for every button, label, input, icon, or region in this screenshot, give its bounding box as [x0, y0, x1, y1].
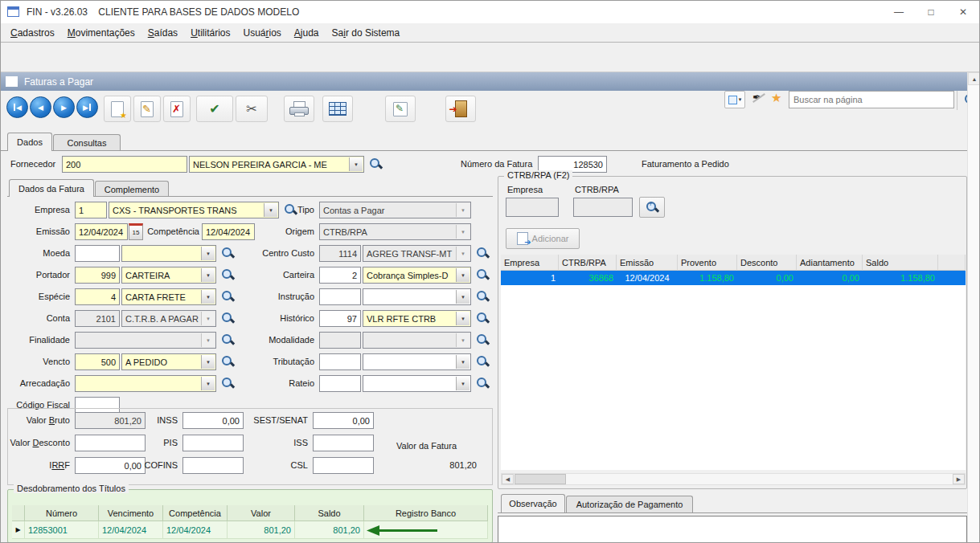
grid-view-button[interactable]: [322, 96, 353, 122]
nav-prior-button[interactable]: ◀: [30, 96, 51, 118]
csl-field[interactable]: [313, 457, 374, 474]
arrecadacao-lookup-icon[interactable]: [221, 377, 235, 390]
cell-ctrb-rpa[interactable]: 36868: [559, 271, 617, 285]
cell-competencia[interactable]: 12/04/2024: [163, 521, 228, 539]
page-search-input[interactable]: [789, 91, 954, 108]
instrucao-lookup-icon[interactable]: [476, 290, 490, 304]
empresa-code-field[interactable]: 1: [75, 202, 107, 218]
rateio-combo[interactable]: ▼: [363, 375, 471, 392]
ctrb-grid-body[interactable]: [501, 285, 966, 470]
cell-valor[interactable]: 801,20: [228, 521, 295, 539]
cell-numero[interactable]: 12853001: [25, 521, 99, 539]
column-empresa[interactable]: Empresa: [501, 255, 559, 271]
menu-item-ajuda[interactable]: Ajuda: [288, 25, 326, 41]
maximize-button[interactable]: □: [915, 1, 947, 23]
cell-vencimento[interactable]: 12/04/2024: [99, 521, 163, 539]
menu-item-usuarios[interactable]: Usuários: [236, 25, 287, 41]
fornecedor-code-field[interactable]: 200: [62, 156, 187, 173]
nav-next-button[interactable]: ▶: [53, 96, 75, 118]
calendar-button[interactable]: 15: [129, 223, 143, 240]
column-saldo[interactable]: Saldo: [863, 255, 938, 271]
centro-custo-lookup-icon[interactable]: [476, 247, 490, 260]
ctrb-horizontal-scrollbar[interactable]: ◀ ▶: [501, 473, 966, 485]
ctrb-grid[interactable]: Empresa CTRB/RPA Emissão Provento Descon…: [501, 255, 966, 285]
cell-empresa[interactable]: 1: [501, 271, 559, 285]
tributacao-lookup-icon[interactable]: [476, 355, 490, 369]
column-valor[interactable]: Valor: [228, 505, 295, 521]
cofins-field[interactable]: [182, 457, 244, 474]
fornecedor-name-combo[interactable]: NELSON PEREIRA GARCIA - ME ▼: [189, 156, 364, 173]
iss-field[interactable]: [313, 435, 374, 451]
tab-dados[interactable]: Dados: [7, 133, 52, 151]
conta-lookup-icon[interactable]: [221, 312, 235, 325]
vencto-combo[interactable]: A PEDIDO▼: [121, 353, 216, 370]
vertical-scrollbar[interactable]: ▲: [967, 72, 980, 543]
portador-lookup-icon[interactable]: [221, 268, 235, 282]
rateio-lookup-icon[interactable]: [476, 377, 490, 390]
tab-dados-da-fatura[interactable]: Dados da Fatura: [9, 179, 94, 197]
column-ctrb-rpa[interactable]: CTRB/RPA: [559, 255, 617, 271]
dropdown-arrow-icon[interactable]: ▼: [456, 355, 469, 369]
column-desconto[interactable]: Desconto: [737, 255, 797, 271]
cell-adiantamento[interactable]: 0,00: [797, 271, 863, 285]
dropdown-arrow-icon[interactable]: ▼: [456, 290, 469, 304]
menu-item-sair-do-sistema[interactable]: Sair do Sistema: [326, 25, 407, 41]
pen-slash-icon[interactable]: ✒: [752, 91, 766, 105]
menu-item-cadastros[interactable]: Cadastros: [4, 25, 61, 41]
sest-senat-field[interactable]: 0,00: [313, 412, 374, 429]
scroll-left-button[interactable]: ◀: [502, 474, 514, 484]
dropdown-arrow-icon[interactable]: ▼: [456, 377, 469, 390]
dropdown-arrow-icon[interactable]: ▼: [349, 157, 363, 171]
dropdown-arrow-icon[interactable]: ▼: [201, 247, 215, 260]
minimize-button[interactable]: —: [883, 1, 915, 23]
dropdown-arrow-icon[interactable]: ▼: [201, 377, 215, 390]
scroll-right-button[interactable]: ▶: [953, 474, 965, 484]
cell-provento[interactable]: 1.158,80: [678, 271, 737, 285]
favorites-star-icon[interactable]: ★: [771, 91, 781, 105]
scrollbar-thumb[interactable]: [515, 474, 566, 484]
carteira-code-field[interactable]: 2: [319, 267, 361, 284]
menu-item-movimentacoes[interactable]: Movimentações: [61, 25, 141, 41]
column-registro-banco[interactable]: Registro Banco: [364, 505, 488, 521]
moeda-lookup-icon[interactable]: [221, 247, 235, 260]
print-button[interactable]: [284, 96, 314, 122]
carteira-lookup-icon[interactable]: [476, 268, 490, 282]
cell-saldo[interactable]: 801,20: [295, 521, 364, 539]
historico-code-field[interactable]: 97: [319, 310, 361, 327]
dropdown-arrow-icon[interactable]: ▼: [456, 268, 469, 282]
table-row-selected[interactable]: 1 36868 12/04/2024 1.158,80 0,00 0,00 1.…: [501, 271, 966, 285]
insert-record-button[interactable]: ★: [104, 96, 131, 122]
nav-last-button[interactable]: ▶: [76, 96, 98, 118]
scroll-up-button[interactable]: ▲: [968, 72, 980, 85]
memo-button[interactable]: ✎: [385, 96, 416, 122]
pis-field[interactable]: [182, 435, 244, 451]
tab-complemento[interactable]: Complemento: [95, 181, 169, 197]
vencto-code-field[interactable]: 500: [75, 353, 120, 370]
adicionar-button[interactable]: ➔ Adicionar: [506, 228, 580, 249]
column-adiantamento[interactable]: Adiantamento: [797, 255, 863, 271]
edit-record-button[interactable]: ✎: [133, 96, 161, 122]
carteira-combo[interactable]: Cobrança Simples-D▼: [363, 267, 471, 284]
dropdown-arrow-icon[interactable]: ▼: [201, 268, 215, 282]
tab-consultas[interactable]: Consultas: [53, 134, 121, 151]
arrecadacao-combo[interactable]: ▼: [75, 375, 216, 392]
vencto-lookup-icon[interactable]: [221, 355, 235, 369]
tributacao-combo[interactable]: ▼: [363, 353, 471, 370]
emissao-field[interactable]: 12/04/2024: [75, 223, 128, 240]
observacao-memo[interactable]: [498, 516, 967, 543]
modalidade-lookup-icon[interactable]: [476, 333, 490, 347]
cell-emissao[interactable]: 12/04/2024: [617, 271, 678, 285]
tab-observacao[interactable]: Observação: [501, 494, 565, 512]
instrucao-code-field[interactable]: [319, 288, 361, 305]
search-options-button[interactable]: ▾: [724, 91, 745, 108]
dropdown-arrow-icon[interactable]: ▼: [201, 290, 215, 304]
column-vencimento[interactable]: Vencimento: [99, 505, 163, 521]
moeda-code-field[interactable]: [75, 245, 120, 262]
especie-lookup-icon[interactable]: [221, 290, 235, 304]
inss-field[interactable]: 0,00: [182, 412, 244, 429]
dropdown-arrow-icon[interactable]: ▼: [456, 312, 469, 325]
portador-code-field[interactable]: 999: [75, 267, 120, 284]
fornecedor-lookup-icon[interactable]: [369, 157, 383, 171]
post-record-button[interactable]: ✔: [196, 96, 233, 122]
dropdown-arrow-icon[interactable]: ▼: [201, 355, 215, 369]
